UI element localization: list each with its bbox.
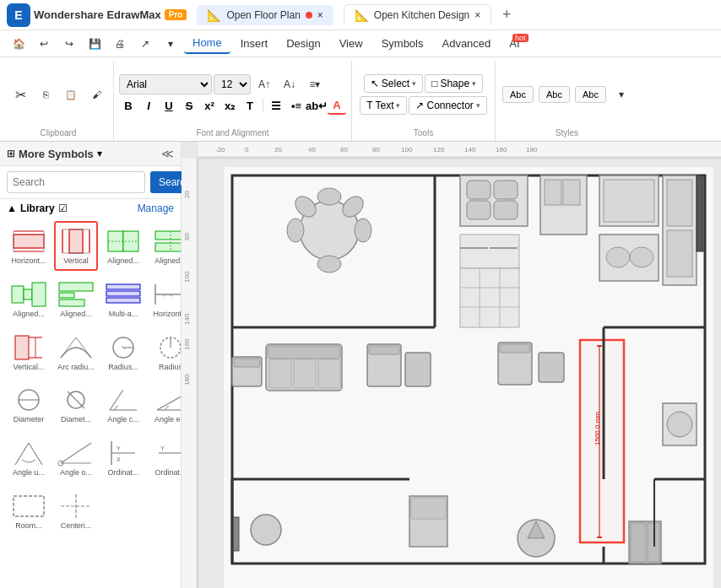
font-size-select[interactable]: 12 [214,74,251,94]
svg-point-91 [355,218,371,242]
symbol-aligned2[interactable]: Aligned... [149,221,181,271]
subscript-btn[interactable]: x₂ [220,96,239,115]
text-dropdown-arrow: ▾ [396,101,400,110]
svg-text:X: X [117,456,121,462]
search-input[interactable] [7,171,145,193]
text-tool-btn[interactable]: T Text ▾ [360,96,407,115]
text-label: Text [375,100,393,111]
svg-text:100: 100 [401,146,413,154]
copy-btn[interactable]: ⎘ [34,87,57,102]
more-btn[interactable]: ▾ [159,36,182,51]
symbol-radius2[interactable]: Radius [149,327,181,377]
bold-btn[interactable]: B [119,96,138,115]
styles-more-btn[interactable]: ▾ [610,87,633,102]
symbol-ordinat1[interactable]: Y X Ordinat... [101,433,145,483]
print-btn[interactable]: 🖨 [108,36,132,51]
symbol-vertical[interactable]: Vertical [54,221,98,271]
font-color-btn[interactable]: A [328,96,346,115]
symbol-aligned2-label: Aligned... [154,256,181,266]
tab-floor-plan[interactable]: 📐 Open Floor Plan × [197,5,333,25]
floor-plan-svg: 1500.0 mm [198,159,721,588]
svg-text:20: 20 [274,146,282,154]
symbol-vertical2[interactable]: Vertical... [7,327,51,377]
select-tool-btn[interactable]: ↖ Select ▾ [364,74,423,93]
save-btn[interactable]: 💾 [83,36,106,51]
symbol-horiz2[interactable]: ←→ Horizont... [149,274,181,324]
menu-ai[interactable]: AI hot [501,34,528,53]
add-tab-button[interactable]: + [495,3,518,27]
symbol-center[interactable]: Centeri... [54,486,98,536]
symbol-aligned3[interactable]: Aligned... [7,274,51,324]
symbol-aligned1[interactable]: Aligned... [101,221,145,271]
tools-row2: T Text ▾ ↗ Connector ▾ [360,96,487,115]
menu-symbols[interactable]: Symbols [373,34,432,53]
increase-font-btn[interactable]: A↑ [252,77,276,92]
undo-btn[interactable]: ↩ [32,36,56,51]
symbol-radius1-label: Radius... [108,363,138,372]
indent-btn[interactable]: ab↵ [307,96,326,115]
menu-insert[interactable]: Insert [232,34,277,53]
symbol-arcradius[interactable]: Arc radiu... [54,327,98,377]
symbol-diameter2[interactable]: Diamet... [54,380,98,429]
diameter1-svg [10,386,47,413]
svg-rect-13 [155,231,181,240]
paste-btn[interactable]: 📋 [59,87,83,103]
canvas-area[interactable]: -20 0 20 40 60 80 100 120 140 160 180 20… [182,142,721,588]
text-size-btn[interactable]: T [241,96,259,115]
strikethrough-btn[interactable]: S [180,96,198,115]
align-btn[interactable]: ≡▾ [303,77,327,92]
home-icon: 🏠 [13,38,25,50]
shape-tool-btn[interactable]: □ Shape ▾ [425,74,483,93]
format-painter-btn[interactable]: 🖌 [84,87,108,102]
underline-btn[interactable]: U [160,96,178,115]
symbol-anglee[interactable]: Angle e... [149,380,181,429]
style-btn-3[interactable]: Abc [575,86,606,103]
svg-rect-5 [69,229,83,253]
symbol-radius1[interactable]: Radius... [101,327,145,377]
home-icon-btn[interactable]: 🏠 [7,36,30,51]
svg-point-89 [317,256,341,272]
symbol-aligned4[interactable]: Aligned... [54,274,98,324]
cut-btn[interactable]: ✂ [8,84,32,105]
svg-rect-101 [563,180,580,205]
svg-rect-16 [12,286,24,303]
menu-design[interactable]: Design [278,34,328,53]
bullet-btn[interactable]: •≡ [287,96,306,115]
svg-text:Y: Y [117,445,121,451]
tab-kitchen-close[interactable]: × [474,9,480,21]
ribbon: ✂ ⎘ 📋 🖌 Clipboard Arial 12 A↑ [0,57,721,142]
symbol-room-icon [10,491,47,521]
export-btn[interactable]: ↗ [133,36,157,51]
svg-rect-98 [494,201,518,219]
sidebar-collapse-btn[interactable]: ≪ [161,147,174,160]
tab-close-icon[interactable]: × [317,9,323,21]
symbol-ordinat2[interactable]: Y Ordinat... [149,433,181,483]
symbol-multia[interactable]: Multi-a... [101,274,145,324]
manage-link[interactable]: Manage [138,202,174,214]
tab-kitchen[interactable]: 📐 Open Kitchen Design × [344,4,491,25]
menu-advanced[interactable]: Advanced [433,34,499,53]
decrease-font-btn[interactable]: A↓ [278,77,301,92]
canvas[interactable]: 1500.0 mm [198,159,721,588]
symbol-angleo[interactable]: Angle o... [54,433,98,483]
text-icon: T [366,100,372,111]
symbol-diameter1[interactable]: Diameter [7,380,51,429]
menu-view[interactable]: View [331,34,371,53]
superscript-btn[interactable]: x² [200,96,219,115]
list-btn[interactable]: ☰ [267,96,285,115]
redo-btn[interactable]: ↪ [57,36,81,51]
style-btn-1[interactable]: Abc [502,86,534,103]
symbol-angleu[interactable]: Angle u... [7,433,51,483]
italic-btn[interactable]: I [139,96,158,115]
svg-rect-14 [155,243,181,251]
connector-tool-btn[interactable]: ↗ Connector ▾ [409,96,486,115]
style-btn-2[interactable]: Abc [539,86,570,103]
symbol-anglec[interactable]: Angle c... [101,380,145,429]
pro-badge: Pro [165,9,187,20]
title-bar: E Wondershare EdrawMax Pro 📐 Open Floor … [0,0,721,30]
font-family-select[interactable]: Arial [119,74,212,94]
menu-home[interactable]: Home [184,33,230,54]
symbol-room[interactable]: Room... [7,486,51,536]
symbol-horiz1[interactable]: Horizont... [7,221,51,271]
symbol-aligned1-label: Aligned... [107,256,139,266]
